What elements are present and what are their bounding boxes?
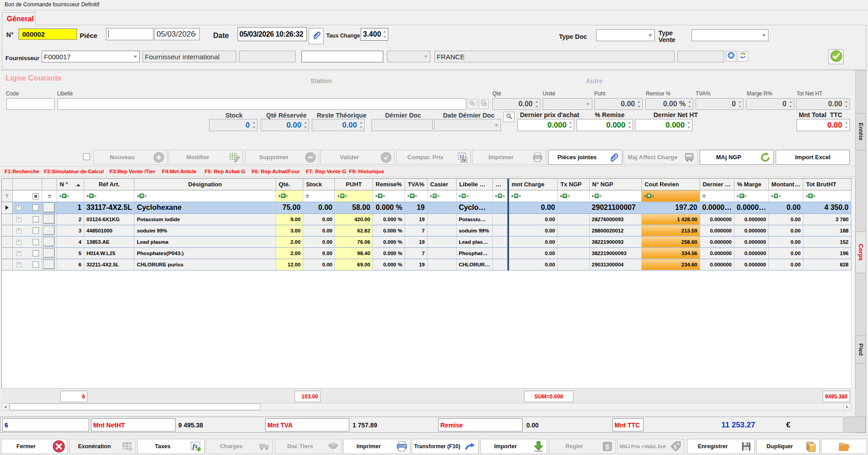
row-checkbox[interactable] <box>33 204 39 211</box>
reste-theorique-spinner[interactable]: 0.00 <box>312 119 365 131</box>
column-header-util2[interactable] <box>42 179 57 190</box>
toolbar-transformer-f10[interactable]: Transformer (F10) <box>412 439 479 454</box>
expand-icon[interactable]: + <box>16 240 21 245</box>
action-supprimer[interactable]: Supprimer <box>245 150 319 165</box>
filter-abc-icon[interactable]: ABC <box>769 194 803 198</box>
row-checkbox[interactable] <box>33 250 39 256</box>
toolbar-dupliquer[interactable]: Dupliquer <box>756 439 820 454</box>
libelle-input[interactable] <box>57 98 466 110</box>
grid-row-3[interactable]: +3448501000soduim 99%3.000.0062.820.000 … <box>2 225 851 236</box>
expand-icon[interactable]: + <box>16 228 21 233</box>
taux-change-spinner[interactable]: 3.400 <box>361 28 388 41</box>
column-header-Réf Art.[interactable]: Réf Art. <box>84 179 134 190</box>
unite-combo[interactable] <box>543 98 592 110</box>
grid-row-2[interactable]: +203124-6X1KGPotassium iodide9.000.00420… <box>2 213 851 225</box>
dernier-prix-achat-spinner[interactable]: 0.000 <box>517 119 574 131</box>
stock-spinner[interactable]: 0 <box>209 119 258 131</box>
action-imprimer[interactable]: Imprimer <box>472 150 546 165</box>
toolbar-charges[interactable]: Charges <box>206 439 273 454</box>
toolbar-exon-ration[interactable]: Exonération <box>69 439 136 454</box>
type-doc-combo[interactable] <box>596 29 655 41</box>
filter-abc-icon[interactable]: ABC <box>276 194 303 198</box>
side-tab-entete[interactable]: Entéte <box>855 113 866 150</box>
puht-spinner[interactable]: 0.00 <box>594 98 643 110</box>
remise-spinner[interactable]: 0.00 % <box>645 98 693 110</box>
grid-row-6[interactable]: +632211-4X2.5LCHLORURE puriss12.000.0069… <box>2 259 851 270</box>
side-tab-pied[interactable]: Pied <box>855 336 866 364</box>
action-maj-affect-charge[interactable]: Maj Affect Charge <box>624 150 698 165</box>
pct-remise-spinner[interactable]: 0.000 <box>577 119 633 131</box>
filter-abc-icon[interactable]: ABC <box>84 194 134 198</box>
action-modifier[interactable]: Modifier <box>169 150 243 165</box>
action-maj-ngp[interactable]: MAj NGP <box>700 150 774 165</box>
column-header-Tx NGP[interactable]: Tx NGP <box>558 179 589 190</box>
no-field[interactable]: 000002 <box>19 28 77 40</box>
grid-row-1[interactable]: +133117-4X2.5LCyclohexane75.000.0058.000… <box>2 202 851 213</box>
funnel-icon[interactable] <box>2 193 12 199</box>
action-nouveau[interactable]: Nouveau <box>93 150 167 165</box>
column-header-util0[interactable] <box>2 179 13 190</box>
grid-row-4[interactable]: +413853.AELead plasma2.000.0076.060.000 … <box>2 236 851 247</box>
search-article-button[interactable] <box>503 112 515 122</box>
row-button[interactable] <box>43 260 55 269</box>
filter-abc-icon[interactable]: ABC <box>428 194 456 198</box>
column-header-Qté.[interactable]: Qté. <box>276 179 303 190</box>
scroll-left-button[interactable] <box>2 403 10 410</box>
spinner-buttons[interactable] <box>382 29 387 40</box>
toolbar-regler[interactable]: Regler$ <box>549 439 616 454</box>
filter-abc-icon[interactable]: ABC <box>335 194 372 198</box>
grid-hscrollbar[interactable] <box>1 403 851 411</box>
toolbar-fermer[interactable]: Fermer <box>1 439 67 454</box>
toolbar-doc-tiers[interactable]: Doc Tiers <box>275 439 342 454</box>
column-header-Casier[interactable]: Casier <box>427 179 456 190</box>
mnt-total-ttc-spinner[interactable]: 0.00 <box>796 119 850 131</box>
grid-vscrollbar[interactable] <box>851 178 855 388</box>
column-header-Tot BrutHT[interactable]: Tot BrutHT <box>803 179 851 190</box>
side-tab-corps[interactable]: Corps <box>855 232 866 273</box>
action-compar-prix[interactable]: Compar. Prix12fx <box>396 150 471 165</box>
toolbar-enregistrer[interactable]: Enregistrer <box>687 439 755 454</box>
variante-button[interactable] <box>479 99 489 109</box>
marge-spinner[interactable]: 0 <box>746 98 794 110</box>
filter-equals[interactable]: = <box>303 193 334 199</box>
filter-equals[interactable]: = <box>42 193 57 199</box>
row-button[interactable] <box>43 237 55 246</box>
action-valider[interactable]: Valider <box>320 150 395 165</box>
row-checkbox[interactable] <box>33 261 39 268</box>
row-checkbox[interactable] <box>33 228 39 234</box>
add-fournisseur-button[interactable] <box>726 51 736 62</box>
filter-abc-icon[interactable]: ABC <box>734 194 768 198</box>
column-header-N °[interactable]: N ° <box>57 179 84 190</box>
column-header-% Marge[interactable]: % Marge <box>734 179 768 190</box>
row-button[interactable] <box>43 214 55 224</box>
filter-abc-icon[interactable]: ABC <box>803 194 851 198</box>
column-header-…[interactable]: … <box>492 179 508 190</box>
toolbar-folder-open-icon[interactable] <box>821 439 867 454</box>
confirm-header-button[interactable] <box>829 49 844 64</box>
row-button[interactable] <box>43 226 55 235</box>
column-header-Cout Revien[interactable]: Cout Revien <box>642 179 700 190</box>
filter-abc-icon[interactable]: ABC <box>373 194 405 198</box>
piece-input[interactable] <box>106 28 153 40</box>
piece-date-combo[interactable]: 05/03/2026 <box>154 28 200 40</box>
expand-icon[interactable]: + <box>16 251 21 256</box>
filter-abc-icon[interactable]: ABC <box>57 194 84 198</box>
articles-button[interactable] <box>467 99 477 109</box>
filter-abc-icon[interactable]: ABC <box>493 194 507 198</box>
row-button[interactable] <box>43 203 55 213</box>
scroll-right-button[interactable] <box>843 403 851 410</box>
fournisseur-input[interactable] <box>301 51 383 62</box>
filter-abc-icon[interactable]: ABC <box>558 194 589 198</box>
toolbar-importer[interactable]: Importer <box>480 439 547 454</box>
type-vente-combo[interactable] <box>692 29 768 41</box>
expand-icon[interactable]: + <box>16 205 21 210</box>
filter-abc-icon[interactable]: ABC <box>642 194 699 198</box>
action-import-excel[interactable]: Import Excel <box>776 150 850 165</box>
filter-abc-icon[interactable]: ABC <box>509 194 558 198</box>
column-header-N° NGP[interactable]: N° NGP <box>589 179 642 190</box>
row-checkbox[interactable] <box>33 239 39 245</box>
qte-spinner[interactable]: 0.00 <box>492 98 540 110</box>
scroll-thumb[interactable] <box>10 403 261 410</box>
totnet-spinner[interactable]: 0.00 <box>796 98 850 110</box>
column-header-Montant…[interactable]: Montant… <box>768 179 803 190</box>
